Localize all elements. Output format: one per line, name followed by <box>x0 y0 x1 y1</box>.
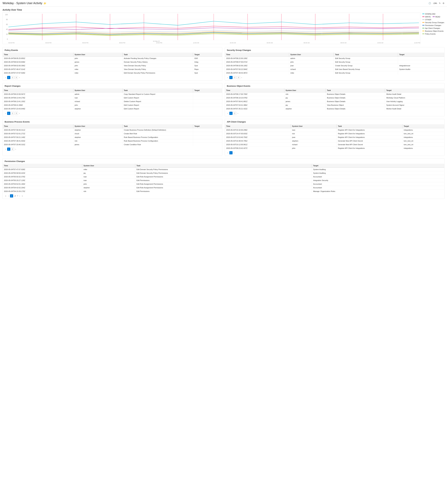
page-1[interactable]: 1 <box>10 194 13 198</box>
next-arrow[interactable]: › <box>237 112 239 115</box>
page-3[interactable]: 3 <box>237 76 240 79</box>
permission-changes-title: Permission Changes <box>3 159 444 164</box>
table-row: 2020-05-04T05:58:50.423ZjayEdit Domain S… <box>3 171 444 175</box>
table-row: 2020-05-04T08:02:00.306ZjohnView Domain … <box>3 64 222 68</box>
chart-area: 100806040200 <box>2 12 420 44</box>
last-arrow[interactable]: » <box>21 195 23 197</box>
table-row: 2020-05-04T08:22:00.109ZadminEdit Securi… <box>225 56 444 60</box>
next-arrow[interactable]: › <box>18 112 20 115</box>
security-group-section: Security Group Changes Time System User … <box>225 47 445 81</box>
col-target: Target <box>312 164 444 168</box>
col-target: Target <box>193 124 222 128</box>
table-row: 2020-05-04T08:22:00.567ZadminCopy Standa… <box>3 92 222 96</box>
report-changes-title: Report Changes <box>3 83 222 89</box>
api-client-title: API Client Changes <box>225 119 444 124</box>
col-time: Time <box>3 164 82 168</box>
clock-icon: 🕐 <box>429 2 431 4</box>
prev-arrow[interactable]: ‹ <box>5 148 6 150</box>
col-sysuser: System User <box>82 164 135 168</box>
page-1[interactable]: 1 <box>229 76 232 79</box>
business-process-section: Business Process Events Time System User… <box>2 119 222 156</box>
page-2[interactable]: 2 <box>11 147 14 151</box>
time-range[interactable]: -24h <box>433 2 437 4</box>
prev-arrow[interactable]: ‹ <box>5 112 6 115</box>
business-process-pagination: ‹ 1 2 › <box>3 146 222 152</box>
col-time: Time <box>225 124 291 128</box>
business-object-table: Time System User Task Target 2020-05-04T… <box>225 89 444 110</box>
table-row: 2020-05-04T07:38:41.503ZrickRule Based B… <box>3 139 222 143</box>
table-row: 2020-05-04T04:52:01.180ZjohnEdit Role As… <box>3 182 444 186</box>
next-arrow[interactable]: › <box>15 148 17 150</box>
chart-title: Activity Over Time <box>2 9 445 11</box>
policy-events-table: Time System User Task Target 2020-05-04T… <box>3 53 222 75</box>
policy-events-section: Policy Events Time System User Task Targ… <box>2 47 222 81</box>
table-row: 2020-05-03T10:12:00.961ZrichardGenerate … <box>225 143 444 146</box>
table-row: 2020-05-04T04:42:02.204ZstephenEdit Role… <box>3 186 444 190</box>
report-changes-table: Time System User Task Target 2020-05-04T… <box>3 89 222 110</box>
col-target: Target <box>193 89 222 92</box>
col-sysuser: System User <box>73 53 122 56</box>
prev-arrow[interactable]: ‹ <box>5 76 6 79</box>
prev-arrow[interactable]: ‹ <box>227 151 229 154</box>
prev-arrow[interactable]: ‹ <box>7 195 9 197</box>
table-row: 2020-05-03T10:38:44.795ZstephenGenerate … <box>225 139 444 143</box>
page-of: of <box>15 195 16 197</box>
col-target: Target <box>385 89 444 92</box>
col-time: Time <box>3 124 73 128</box>
table-row: 2020-05-04T07:47:07.928ZmikeEdit Domain … <box>3 71 222 75</box>
page-1[interactable]: 1 <box>229 151 232 154</box>
col-sysuser: System User <box>291 124 337 128</box>
next-arrow[interactable]: › <box>241 76 243 79</box>
page-2[interactable]: 2 <box>233 112 236 115</box>
col-sysuser: System User <box>73 124 122 128</box>
y-axis: 100806040200 <box>3 14 8 40</box>
next-arrow[interactable]: › <box>18 76 20 79</box>
x-axis: 02:00 PM 04:00 PM 06:00 PM 08:00 PM 10:0… <box>8 42 420 44</box>
filter-icon[interactable]: ⚙ <box>443 2 445 4</box>
table-row: 2020-05-04T07:52:01.272ZchuckCreate Aler… <box>3 132 222 136</box>
page-1[interactable]: 1 <box>7 112 10 115</box>
page-1[interactable]: 1 <box>7 76 10 79</box>
col-target: Target <box>402 124 444 128</box>
page-2[interactable]: 2 <box>11 112 14 115</box>
api-client-table: Time System User Task Target 2020-05-03T… <box>225 124 444 150</box>
refresh-icon[interactable]: ↻ <box>439 2 441 4</box>
page-3[interactable]: 3 <box>15 76 18 79</box>
api-client-section: API Client Changes Time System User Task… <box>225 119 445 156</box>
page-3[interactable]: 3 <box>15 112 18 115</box>
next-arrow[interactable]: › <box>233 151 235 154</box>
chart-legend: DOWNLOAD WRITE READ OTHER Security Group… <box>422 12 445 44</box>
table-row: 2020-05-04T07:53:41.386ZjayView Business… <box>225 103 444 107</box>
table-row: 2020-05-03T08:23:42.427ZjohnRegister API… <box>225 146 444 150</box>
permission-changes-pagination: « ‹ 1 of 7 › » <box>3 193 444 199</box>
col-time: Time <box>3 89 73 92</box>
api-client-pagination: ‹ 1 › <box>225 150 444 156</box>
table-row: 2020-05-04T08:02:06.100ZjoanCreate Secur… <box>225 64 444 68</box>
table-row: 2020-05-04T07:23:43.649ZstephenEdit Cust… <box>3 107 222 111</box>
first-arrow[interactable]: « <box>5 195 7 197</box>
permission-changes-table: Time System User Task Target 2020-05-04T… <box>3 164 444 193</box>
col-task: Task <box>334 53 398 56</box>
policy-events-pagination: ‹ 1 2 3 › <box>3 75 222 80</box>
page-2[interactable]: 2 <box>233 76 236 79</box>
page-1[interactable]: 1 <box>7 147 10 151</box>
table-row: 2020-05-04T07:35:21.422ZstephenBusiness … <box>225 107 444 111</box>
prev-arrow[interactable]: ‹ <box>227 112 229 115</box>
col-task: Task <box>123 53 193 56</box>
table-row: 2020-05-04T05:20:27.129ZivanEdit Permiss… <box>3 179 444 182</box>
col-task: Task <box>123 89 193 92</box>
page-2[interactable]: 2 <box>11 76 14 79</box>
col-time: Time <box>225 53 289 56</box>
security-group-table: Time System User Task Target 2020-05-04T… <box>225 53 444 75</box>
col-sysuser: System User <box>284 89 326 92</box>
folder-icon: 📁 <box>44 2 46 5</box>
report-changes-section: Report Changes Time System User Task Tar… <box>2 83 222 116</box>
prev-arrow[interactable]: ‹ <box>227 76 229 79</box>
permission-changes-section: Permission Changes Time System User Task… <box>2 158 445 199</box>
table-row: 2020-05-03T13:53:40.750ZjoanRegister API… <box>225 136 444 139</box>
page-1[interactable]: 1 <box>229 112 232 115</box>
next-arrow[interactable]: › <box>19 195 21 197</box>
policy-events-title: Policy Events <box>3 47 222 53</box>
table-row: 2020-05-04T07:48:47.014ZmikeView Domain … <box>3 68 222 71</box>
business-process-table: Time System User Task Target 2020-05-04T… <box>3 124 222 146</box>
